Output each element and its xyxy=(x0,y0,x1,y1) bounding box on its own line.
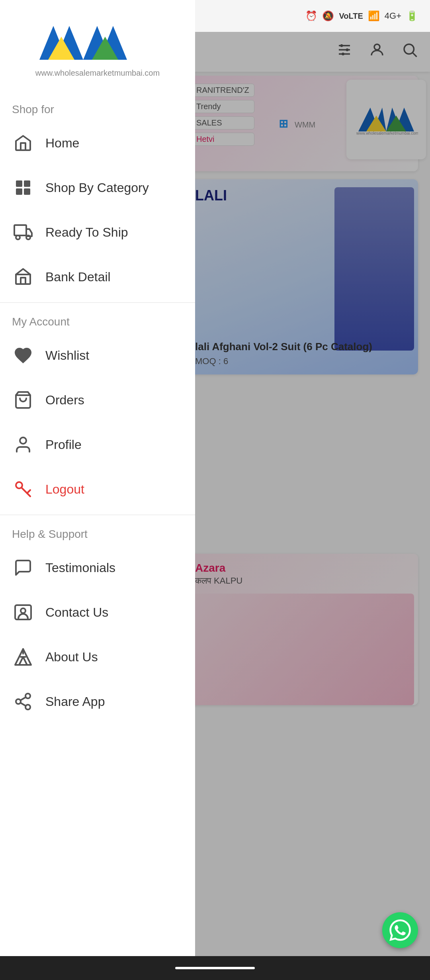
menu-item-about-us[interactable]: About Us xyxy=(0,635,195,679)
bank-detail-label: Bank Detail xyxy=(45,270,111,284)
volte-icon: VoLTE xyxy=(339,12,363,21)
ready-to-ship-label: Ready To Ship xyxy=(45,225,128,240)
drawer: www.wholesalemarketmumbai.com Shop for H… xyxy=(0,0,195,980)
home-label: Home xyxy=(45,136,79,151)
svg-rect-21 xyxy=(24,180,30,187)
orders-label: Orders xyxy=(45,393,84,408)
signal-icon: 4G+ xyxy=(385,11,401,21)
svg-rect-27 xyxy=(21,278,25,284)
menu-item-wishlist[interactable]: Wishlist xyxy=(0,333,195,378)
home-icon xyxy=(12,132,34,154)
share-icon xyxy=(12,690,34,713)
shop-for-label: Shop for xyxy=(0,94,195,121)
my-account-label: My Account xyxy=(0,306,195,333)
heart-icon xyxy=(12,344,34,367)
key-icon xyxy=(12,478,34,500)
menu-item-share-app[interactable]: Share App xyxy=(0,679,195,724)
menu-item-home[interactable]: Home xyxy=(0,121,195,165)
menu-item-profile[interactable]: Profile xyxy=(0,422,195,467)
menu-item-orders[interactable]: Orders xyxy=(0,378,195,422)
bank-icon xyxy=(12,266,34,288)
shop-by-category-label: Shop By Category xyxy=(45,180,149,195)
divider-1 xyxy=(0,302,195,303)
logo-url: www.wholesalemarketmumbai.com xyxy=(35,69,160,78)
drawer-logo-area: www.wholesalemarketmumbai.com xyxy=(0,0,195,94)
grid-icon xyxy=(12,176,34,199)
help-support-label: Help & Support xyxy=(0,518,195,545)
contact-us-label: Contact Us xyxy=(45,605,108,620)
divider-2 xyxy=(0,515,195,515)
svg-point-33 xyxy=(21,608,25,613)
alarm-icon: ⏰ xyxy=(305,10,317,22)
menu-item-contact-us[interactable]: Contact Us xyxy=(0,590,195,635)
profile-label: Profile xyxy=(45,437,82,452)
drawer-spacer xyxy=(0,724,195,980)
home-indicator xyxy=(175,967,255,969)
svg-point-26 xyxy=(26,235,30,239)
wishlist-label: Wishlist xyxy=(45,348,89,363)
menu-item-bank-detail[interactable]: Bank Detail xyxy=(0,255,195,299)
testimonials-label: Testimonials xyxy=(45,561,115,575)
share-app-label: Share App xyxy=(45,694,105,709)
person-icon xyxy=(12,433,34,456)
wmm-logo xyxy=(35,20,139,64)
logout-label: Logout xyxy=(45,482,84,497)
silent-icon: 🔕 xyxy=(322,10,334,22)
whatsapp-button[interactable] xyxy=(382,912,418,948)
svg-rect-20 xyxy=(16,180,22,187)
basket-icon xyxy=(12,389,34,411)
svg-point-30 xyxy=(20,437,26,444)
status-icons: ⏰ 🔕 VoLTE 📶 4G+ 🔋 xyxy=(305,10,418,22)
mountain-icon xyxy=(12,646,34,668)
chat-icon xyxy=(12,557,34,579)
contact-icon xyxy=(12,601,34,623)
svg-rect-24 xyxy=(14,225,26,235)
battery-icon: 🔋 xyxy=(406,10,418,22)
svg-rect-23 xyxy=(24,188,30,195)
menu-item-shop-by-category[interactable]: Shop By Category xyxy=(0,165,195,210)
menu-item-testimonials[interactable]: Testimonials xyxy=(0,545,195,590)
wifi-icon: 📶 xyxy=(368,10,380,22)
svg-rect-22 xyxy=(16,188,22,195)
menu-item-logout[interactable]: Logout xyxy=(0,467,195,512)
truck-icon xyxy=(12,221,34,243)
svg-point-25 xyxy=(16,235,20,239)
bottom-nav xyxy=(0,956,430,980)
svg-line-40 xyxy=(20,703,26,706)
about-us-label: About Us xyxy=(45,650,98,664)
svg-line-41 xyxy=(20,697,26,700)
menu-item-ready-to-ship[interactable]: Ready To Ship xyxy=(0,210,195,255)
